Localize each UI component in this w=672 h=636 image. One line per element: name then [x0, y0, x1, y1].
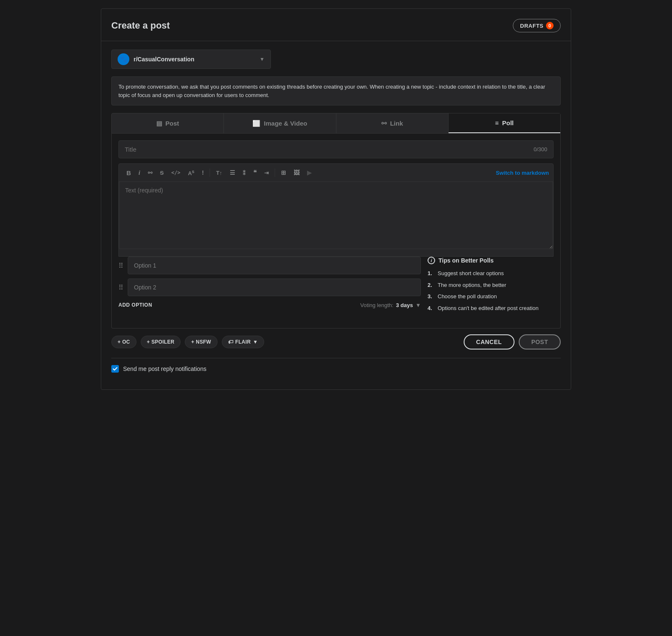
post-text-area[interactable]	[119, 182, 553, 249]
modal-title: Create a post	[111, 20, 170, 31]
content-area: 0/300 B i ⚯ S </> As ! T↑ ☰ ⁑ ❝ ⇥ ⊞ 🖼	[111, 134, 561, 329]
checkmark-icon	[113, 366, 118, 371]
bottom-toolbar: + OC + SPOILER + NSFW 🏷 FLAIR ▼ CANCEL P…	[111, 334, 561, 350]
add-option-button[interactable]: ADD OPTION	[118, 300, 152, 310]
tab-poll[interactable]: ≡ Poll	[449, 113, 560, 133]
tab-bar: ▤ Post ⬜ Image & Video ⚯ Link ≡ Poll	[111, 113, 561, 134]
strikethrough-button[interactable]: S	[157, 167, 167, 179]
subreddit-icon: 🐾	[118, 53, 129, 65]
tip-item-1: Suggest short clear options	[428, 269, 554, 278]
post-tab-icon: ▤	[156, 120, 162, 127]
italic-button[interactable]: i	[135, 167, 144, 179]
tip-item-3: Choose the poll duration	[428, 292, 554, 301]
title-input[interactable]	[125, 146, 533, 153]
title-counter: 0/300	[533, 146, 547, 152]
action-buttons: CANCEL POST	[464, 334, 561, 350]
drafts-label: DRAFTS	[520, 23, 543, 29]
post-button[interactable]: POST	[519, 334, 561, 350]
quote-button[interactable]: ❝	[250, 166, 260, 179]
subreddit-name: r/CasualConversation	[134, 56, 255, 63]
info-icon: i	[428, 257, 435, 264]
bullet-list-button[interactable]: ☰	[226, 167, 239, 179]
tip-item-2: The more options, the better	[428, 281, 554, 289]
option-1-input[interactable]	[128, 257, 421, 274]
tag-icon: 🏷	[228, 339, 233, 345]
toolbar-separator-1	[210, 168, 210, 177]
toolbar-separator-2	[275, 168, 275, 177]
heading-button[interactable]: T↑	[213, 167, 225, 179]
voting-days-value: 3 days	[396, 302, 413, 308]
tips-title-text: Tips on Better Polls	[438, 257, 494, 264]
drag-handle-2[interactable]: ⠿	[118, 284, 123, 292]
oc-button[interactable]: + OC	[111, 336, 136, 348]
chevron-down-icon: ▼	[260, 56, 265, 62]
link-tab-icon: ⚯	[381, 120, 387, 127]
video-button[interactable]: ▶	[304, 167, 315, 179]
poll-tab-icon: ≡	[495, 119, 499, 126]
tips-box: i Tips on Better Polls Suggest short cle…	[428, 257, 554, 315]
drag-handle-1[interactable]: ⠿	[118, 262, 123, 270]
link-button[interactable]: ⚯	[144, 167, 156, 179]
post-tab-label: Post	[165, 120, 179, 127]
tip-item-4: Options can't be edited after post creat…	[428, 304, 554, 313]
modal-header: Create a post DRAFTS 0	[111, 19, 561, 32]
link-tab-label: Link	[390, 120, 403, 127]
formatting-toolbar: B i ⚯ S </> As ! T↑ ☰ ⁑ ❝ ⇥ ⊞ 🖼 ▶ Switch…	[119, 164, 553, 182]
tips-title: i Tips on Better Polls	[428, 257, 554, 264]
voting-length-selector: Voting length: 3 days ▼	[360, 302, 421, 308]
image-tab-icon: ⬜	[252, 120, 260, 127]
indent-button[interactable]: ⇥	[261, 167, 272, 179]
numbered-list-button[interactable]: ⁑	[239, 167, 249, 179]
tab-link[interactable]: ⚯ Link	[336, 113, 449, 133]
switch-to-markdown-button[interactable]: Switch to markdown	[496, 170, 549, 176]
cancel-button[interactable]: CANCEL	[464, 334, 514, 350]
create-post-modal: Create a post DRAFTS 0 🐾 r/CasualConvers…	[101, 8, 571, 390]
drafts-button[interactable]: DRAFTS 0	[513, 19, 561, 32]
drafts-count: 0	[546, 22, 554, 29]
image-button[interactable]: 🖼	[290, 167, 303, 179]
notifications-checkbox[interactable]	[111, 365, 119, 373]
notifications-label: Send me post reply notifications	[123, 365, 206, 372]
poll-tab-label: Poll	[502, 119, 514, 126]
voting-length-chevron-icon[interactable]: ▼	[415, 302, 421, 308]
subreddit-selector[interactable]: 🐾 r/CasualConversation ▼	[111, 50, 271, 69]
code-button[interactable]: </>	[168, 167, 184, 178]
voting-length-label: Voting length:	[360, 302, 394, 308]
flair-button[interactable]: 🏷 FLAIR ▼	[222, 336, 264, 348]
tab-post[interactable]: ▤ Post	[112, 113, 224, 133]
notifications-row: Send me post reply notifications	[111, 358, 561, 379]
spoiler-button[interactable]: + SPOILER	[141, 336, 181, 348]
add-option-row: ADD OPTION Voting length: 3 days ▼	[118, 300, 421, 310]
superscript-button[interactable]: As	[184, 166, 197, 179]
flair-chevron-icon: ▼	[253, 339, 258, 345]
title-field-wrapper: 0/300	[118, 140, 554, 158]
header-divider	[101, 41, 571, 41]
tab-image-video[interactable]: ⬜ Image & Video	[224, 113, 336, 133]
nsfw-button[interactable]: + NSFW	[185, 336, 217, 348]
bold-button[interactable]: B	[123, 167, 134, 179]
table-button[interactable]: ⊞	[278, 167, 289, 179]
info-text: To promote conversation, we ask that you…	[118, 84, 545, 98]
options-list: ⠿ ⠿ ADD OPTION Voting length: 3 days ▼	[118, 257, 421, 315]
info-banner: To promote conversation, we ask that you…	[111, 76, 561, 105]
tips-list: Suggest short clear options The more opt…	[428, 269, 554, 312]
spoiler-button[interactable]: !	[199, 167, 207, 179]
image-tab-label: Image & Video	[264, 120, 307, 127]
option-row-1: ⠿	[118, 257, 421, 274]
poll-options-section: ⠿ ⠿ ADD OPTION Voting length: 3 days ▼	[118, 257, 554, 315]
option-row-2: ⠿	[118, 279, 421, 296]
option-2-input[interactable]	[128, 279, 421, 296]
